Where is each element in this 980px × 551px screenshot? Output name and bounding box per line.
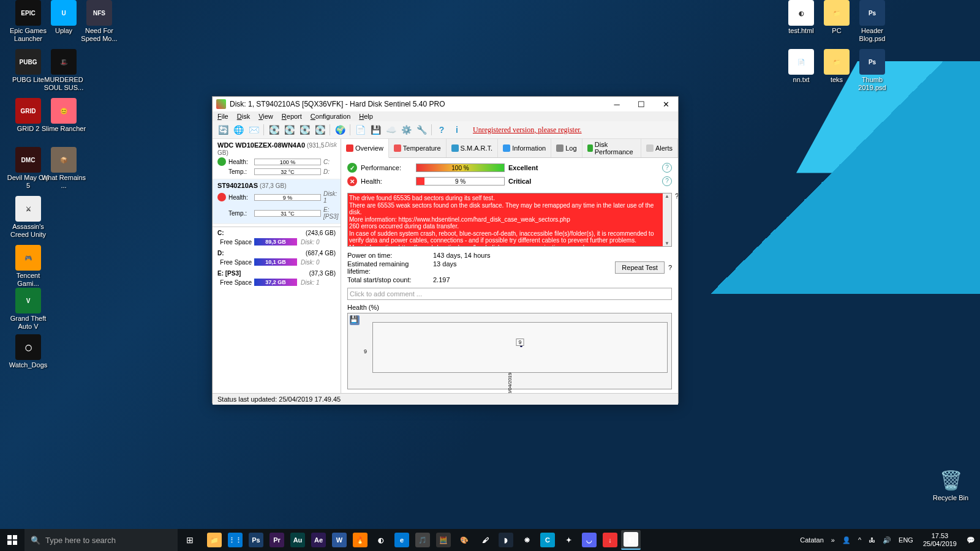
disk1-icon[interactable]: 💽: [267, 123, 281, 137]
gear-icon[interactable]: ⚙️: [399, 123, 413, 137]
close-button[interactable]: ✕: [654, 97, 678, 111]
desktop-icon[interactable]: V Grand Theft Auto V: [5, 288, 51, 330]
taskbar-app2[interactable]: C: [538, 530, 557, 550]
taskbar-word[interactable]: W: [330, 530, 349, 550]
taskbar-app3[interactable]: ✦: [559, 530, 578, 550]
taskbar-paint[interactable]: 🎨: [454, 530, 474, 550]
taskbar-download[interactable]: ↓: [600, 530, 620, 550]
chevron-right-icon[interactable]: »: [829, 536, 837, 544]
disk3-icon[interactable]: 💽: [298, 123, 311, 137]
search-icon: 🔍: [31, 536, 40, 545]
refresh-icon[interactable]: 🔄: [216, 123, 230, 137]
volume-row[interactable]: D:(687,4 GB) Free Space10,1 GBDisk: 0: [213, 247, 341, 268]
tab-smart[interactable]: S.M.A.R.T.: [447, 139, 499, 157]
desktop-icon[interactable]: ◯ Watch_Dogs: [5, 334, 51, 369]
info-row: Estimated remaining lifetime:13 days: [347, 260, 615, 276]
taskbar-app1[interactable]: ❋: [517, 530, 537, 550]
repeat-test-button[interactable]: Repeat Test: [615, 261, 665, 274]
save-chart-icon[interactable]: 💾: [350, 315, 360, 325]
taskbar-premiere[interactable]: Pr: [267, 530, 287, 550]
web-icon[interactable]: 🌍: [333, 123, 347, 137]
taskbar-groove[interactable]: 🎵: [413, 530, 432, 550]
health-row: ✕ Health: 9 % Critical ?: [347, 174, 672, 188]
chevron-up-icon[interactable]: ^: [856, 536, 864, 544]
taskbar-firefox[interactable]: 🔥: [350, 530, 370, 550]
desktop-icon[interactable]: 😊 Slime Rancher: [40, 98, 87, 133]
disk-row[interactable]: ST940210AS (37,3 GB) Health: 9 % Disk: 1…: [213, 179, 341, 224]
title-bar[interactable]: Disk: 1, ST940210AS [5QX36VFK] - Hard Di…: [213, 97, 678, 111]
help-icon[interactable]: ?: [662, 176, 672, 186]
network-icon[interactable]: 🖧: [866, 536, 878, 544]
info-icon[interactable]: i: [450, 123, 464, 137]
taskbar-edge[interactable]: e: [392, 530, 412, 550]
note-tray[interactable]: Catatan: [797, 536, 826, 544]
recycle-bin[interactable]: 🗑️ Recycle Bin: [927, 467, 974, 502]
menu-item[interactable]: Report: [282, 113, 302, 120]
unregistered-link[interactable]: Unregistered version, please register.: [473, 126, 582, 135]
taskbar-chrome[interactable]: ◐: [371, 530, 391, 550]
desktop-icon[interactable]: Ps Header Blog.psd: [849, 0, 895, 42]
tab-temperature[interactable]: Temperature: [389, 139, 447, 157]
help-icon[interactable]: ?: [668, 264, 672, 271]
svg-rect-3: [13, 541, 17, 545]
help-icon[interactable]: ?: [435, 123, 448, 137]
tab-alerts[interactable]: Alerts: [641, 139, 678, 157]
performance-row: ✓ Performance: 100 % Excellent ?: [347, 161, 672, 174]
desktop-icon[interactable]: Ps Thumb 2019.psd: [849, 49, 895, 91]
info-row: Power on time:143 days, 14 hours: [347, 251, 615, 260]
alert-message[interactable]: The drive found 65535 bad sectors during…: [347, 193, 672, 247]
help-icon[interactable]: ?: [675, 192, 678, 200]
taskbar-paint3d[interactable]: 🖌: [475, 530, 495, 550]
clock[interactable]: 17.53 25/04/2019: [918, 532, 962, 548]
menu-bar: FileDiskViewReportConfigurationHelp: [213, 111, 678, 121]
taskbar-after-effects[interactable]: Ae: [309, 530, 328, 550]
taskbar-vscode[interactable]: ⋮⋮: [225, 530, 245, 550]
help-icon[interactable]: ?: [662, 163, 672, 173]
desktop-icon[interactable]: 🎩 MURDERED SOUL SUS...: [40, 49, 87, 91]
volume-row[interactable]: E: [PS3](37,3 GB) Free Space37,2 GBDisk:…: [213, 268, 341, 288]
disk4-icon[interactable]: 💽: [313, 123, 326, 137]
menu-item[interactable]: File: [217, 113, 228, 120]
volume-row[interactable]: C:(243,6 GB) Free Space89,3 GBDisk: 0: [213, 227, 341, 247]
save-icon[interactable]: 💾: [369, 123, 382, 137]
desktop-icon[interactable]: 🎮 Tencent Gami...: [5, 245, 51, 287]
taskbar-audition[interactable]: Au: [288, 530, 307, 550]
info-row: Total start/stop count:2.197: [347, 276, 615, 284]
tab-information[interactable]: Information: [498, 139, 551, 157]
taskbar-photoshop[interactable]: Ps: [246, 530, 266, 550]
tab-diskperformance[interactable]: Disk Performance: [582, 139, 641, 157]
desktop-icon[interactable]: 📦 What Remains ...: [40, 147, 87, 189]
maximize-button[interactable]: ☐: [629, 97, 654, 111]
mail-icon[interactable]: ✉️: [247, 123, 260, 137]
taskbar-file-explorer[interactable]: 📁: [205, 530, 224, 550]
globe-icon[interactable]: 🌐: [232, 123, 245, 137]
taskbar-hdsentinel[interactable]: ◧: [621, 530, 641, 550]
taskbar-discord[interactable]: ◡: [579, 530, 599, 550]
tab-log[interactable]: Log: [551, 139, 582, 157]
start-button[interactable]: [0, 529, 24, 551]
tab-bar: Overview Temperature S.M.A.R.T. Informat…: [341, 139, 678, 158]
scrollbar[interactable]: [663, 193, 671, 246]
cloud-icon[interactable]: ☁️: [384, 123, 398, 137]
taskbar-calculator[interactable]: 🧮: [434, 530, 453, 550]
notifications-icon[interactable]: 💬: [964, 536, 978, 544]
tab-overview[interactable]: Overview: [341, 139, 389, 158]
disk2-icon[interactable]: 💽: [282, 123, 296, 137]
menu-item[interactable]: Help: [359, 113, 373, 120]
search-input[interactable]: 🔍 Type here to search: [24, 529, 178, 551]
volume-icon[interactable]: 🔊: [880, 536, 894, 544]
taskbar-steam[interactable]: ◗: [496, 530, 516, 550]
menu-item[interactable]: Configuration: [311, 113, 350, 120]
menu-item[interactable]: View: [258, 113, 273, 120]
desktop-icon[interactable]: ⚔ Assassin's Creed Unity: [5, 196, 51, 238]
comment-input[interactable]: Click to add comment ...: [347, 288, 672, 300]
minimize-button[interactable]: ─: [605, 97, 629, 111]
doc-icon[interactable]: 📄: [353, 123, 367, 137]
people-icon[interactable]: 👤: [840, 536, 853, 544]
task-view-button[interactable]: ⊞: [178, 535, 202, 545]
language-indicator[interactable]: ENG: [896, 536, 916, 544]
menu-item[interactable]: Disk: [237, 113, 250, 120]
test-icon[interactable]: 🔧: [415, 123, 428, 137]
desktop-icon[interactable]: NFS Need For Speed Mo...: [76, 0, 123, 42]
disk-row[interactable]: WDC WD10EZEX-08WN4A0 (931,5 GB)Disk Heal…: [213, 139, 341, 179]
